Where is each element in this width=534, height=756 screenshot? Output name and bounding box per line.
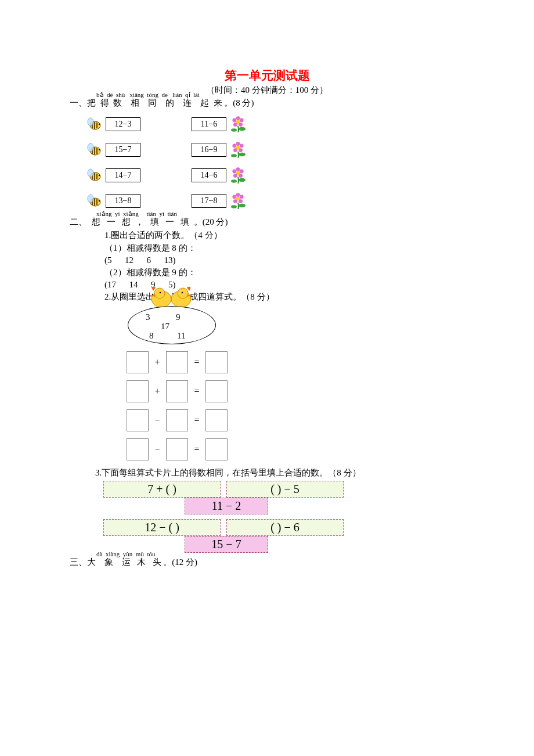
oval-num: 17	[161, 322, 169, 332]
number-box[interactable]	[205, 438, 228, 460]
flower-icon	[230, 193, 248, 209]
number-box[interactable]	[166, 380, 188, 402]
fill-card[interactable]: ( ) − 6	[226, 519, 344, 536]
svg-point-15	[236, 142, 240, 146]
svg-point-32	[231, 179, 237, 183]
svg-point-26	[236, 167, 240, 171]
svg-point-13	[99, 149, 100, 150]
number-box[interactable]	[127, 409, 149, 431]
svg-point-27	[240, 169, 244, 173]
match-row: 14−714−6	[86, 163, 464, 188]
fill-card[interactable]: 7 + ( )	[103, 481, 221, 498]
expression-card[interactable]: 13−8	[106, 194, 140, 208]
svg-point-2	[99, 123, 100, 124]
operator: +	[149, 357, 166, 368]
flower-icon	[230, 116, 248, 132]
expression-card[interactable]: 17−8	[192, 194, 226, 208]
card-row: 7 + ( ) ( ) − 5	[103, 481, 464, 498]
svg-point-30	[232, 169, 236, 173]
bee-icon	[86, 142, 102, 158]
expression-card[interactable]: 16−9	[192, 143, 226, 157]
operator: −	[149, 415, 166, 426]
bee-icon	[86, 116, 102, 132]
svg-point-5	[240, 118, 244, 122]
operator: +	[149, 386, 166, 397]
equation-block: +=+=−=−=	[127, 351, 464, 460]
section1-heading: bǎ dé shù xiāng tóng de lián qǐ lái 一、把 …	[70, 98, 464, 108]
svg-point-35	[99, 200, 100, 201]
match-row: 15−716−9	[86, 137, 464, 163]
center-card: 15 − 7	[185, 536, 268, 553]
oval-num: 3	[146, 312, 150, 322]
number-box[interactable]	[127, 380, 149, 402]
section2-pinyin: xiǎng yì xiǎng tián yì tián	[96, 210, 177, 217]
q1a-stem: （1）相减得数是 8 的：	[104, 243, 464, 254]
expression-card[interactable]: 15−7	[106, 143, 140, 157]
svg-point-23	[88, 169, 93, 177]
number-box[interactable]	[166, 438, 188, 460]
section1-pinyin: bǎ dé shù xiāng tóng de lián qǐ lái	[96, 91, 200, 98]
section1-cn: 一、把 得 数 相 同 的 连 起 来 。(8 分)	[70, 98, 464, 108]
svg-point-18	[233, 148, 237, 152]
svg-point-45	[154, 288, 165, 298]
equals-sign: =	[188, 415, 205, 426]
svg-point-40	[233, 199, 237, 203]
section3-pinyin: dà xiàng yùn mù tóu	[96, 550, 155, 557]
expression-card[interactable]: 11−6	[192, 117, 226, 131]
svg-point-20	[239, 152, 246, 156]
bee-icon	[86, 193, 102, 209]
svg-point-1	[88, 118, 93, 126]
expression-card[interactable]: 12−3	[106, 117, 140, 131]
oval-num: 9	[176, 312, 181, 322]
equals-sign: =	[188, 357, 205, 368]
expression-card[interactable]: 14−7	[106, 168, 140, 182]
svg-point-31	[239, 178, 246, 181]
number-box[interactable]	[127, 351, 149, 373]
svg-point-47	[160, 292, 161, 294]
operator: −	[149, 444, 166, 455]
svg-point-17	[239, 148, 243, 152]
q1a-options: (5 12 6 13)	[104, 255, 464, 265]
q3-card-area: 7 + ( ) ( ) − 5 11 − 2 12 − ( ) ( ) − 6 …	[103, 481, 464, 553]
svg-point-38	[240, 195, 244, 199]
svg-point-8	[232, 118, 236, 122]
svg-point-10	[231, 128, 237, 132]
page-title: 第一单元测试题	[70, 67, 464, 84]
number-oval: 3 9 17 8 11	[128, 306, 216, 344]
svg-point-4	[236, 116, 240, 120]
svg-point-12	[88, 143, 93, 152]
number-box[interactable]	[205, 380, 228, 402]
flower-icon	[230, 167, 248, 183]
svg-point-16	[240, 143, 244, 147]
equals-sign: =	[188, 386, 205, 397]
number-box[interactable]	[205, 351, 228, 373]
number-box[interactable]	[205, 409, 228, 431]
svg-point-51	[182, 292, 183, 294]
svg-point-19	[232, 143, 236, 147]
svg-point-28	[239, 174, 243, 178]
bee-icon	[86, 167, 102, 183]
number-box[interactable]	[166, 409, 188, 431]
center-card: 11 − 2	[185, 498, 268, 514]
svg-point-41	[232, 195, 236, 199]
equals-sign: =	[188, 444, 205, 455]
svg-point-42	[239, 203, 246, 207]
number-box[interactable]	[166, 351, 188, 373]
number-box[interactable]	[127, 438, 149, 460]
equation-row: −=	[127, 438, 464, 460]
svg-point-49	[178, 288, 188, 298]
fill-card[interactable]: 12 − ( )	[103, 519, 221, 536]
equation-row: +=	[127, 380, 464, 402]
svg-point-21	[231, 154, 237, 157]
q1-head: 1.圈出合适的两个数。（4 分）	[104, 230, 464, 241]
svg-point-43	[231, 205, 237, 208]
section2-heading: xiǎng yì xiǎng tián yì tián 二、 想 一 想 ， 填…	[70, 217, 464, 227]
equation-row: −=	[127, 409, 464, 431]
svg-point-6	[239, 123, 243, 127]
flower-icon	[230, 142, 248, 158]
svg-point-9	[239, 127, 246, 130]
section3-cn: 三、大 象 运 木 头 。(12 分)	[70, 557, 464, 567]
expression-card[interactable]: 14−6	[192, 168, 226, 182]
fill-card[interactable]: ( ) − 5	[226, 481, 344, 498]
svg-point-39	[239, 199, 243, 203]
